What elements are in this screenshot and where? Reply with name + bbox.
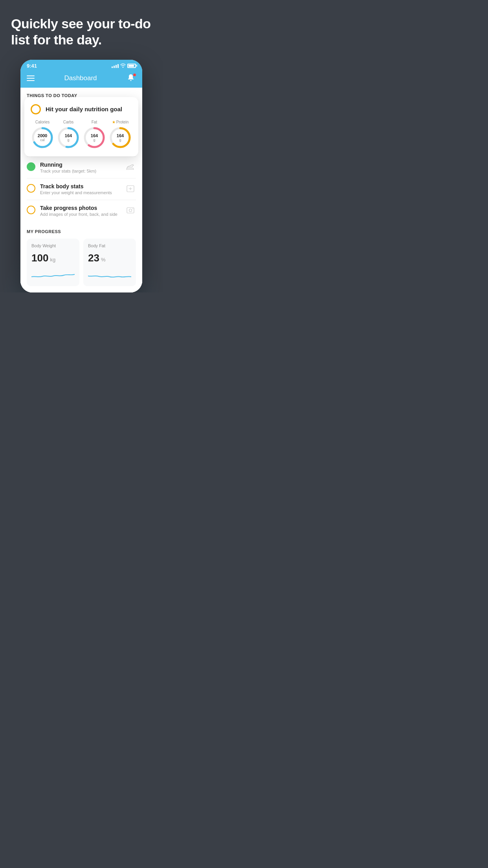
nutrition-fat: Fat 164 g xyxy=(83,120,106,149)
progress-photos-desc: Add images of your front, back, and side xyxy=(40,212,120,217)
body-stats-desc: Enter your weight and measurements xyxy=(40,190,120,195)
body-fat-sparkline xyxy=(88,268,131,280)
nutrition-protein: ★ Protein 164 g xyxy=(108,120,132,149)
running-content: Running Track your stats (target: 5km) xyxy=(40,162,120,173)
card-header: Hit your daily nutrition goal xyxy=(31,104,132,114)
progress-photos-name: Take progress photos xyxy=(40,205,120,211)
protein-unit: g xyxy=(117,138,124,142)
body-stats-content: Track body stats Enter your weight and m… xyxy=(40,183,120,195)
wifi-icon xyxy=(120,63,126,68)
progress-photos-content: Take progress photos Add images of your … xyxy=(40,205,120,217)
body-weight-title: Body Weight xyxy=(31,243,75,248)
svg-point-10 xyxy=(129,209,132,211)
todo-item-body-stats[interactable]: Track body stats Enter your weight and m… xyxy=(27,178,136,200)
status-time: 9:41 xyxy=(27,63,37,69)
hero-title: Quickly see your to-do list for the day. xyxy=(11,16,152,48)
running-desc: Track your stats (target: 5km) xyxy=(40,169,120,173)
protein-label: ★ Protein xyxy=(112,120,129,124)
status-bar: 9:41 xyxy=(20,60,142,70)
protein-star-icon: ★ xyxy=(112,120,116,124)
notification-bell-icon[interactable] xyxy=(127,74,136,83)
hamburger-menu[interactable] xyxy=(27,75,35,81)
body-stats-circle xyxy=(27,184,35,193)
body-fat-value: 23 xyxy=(88,252,99,264)
progress-photos-circle xyxy=(27,206,35,214)
body-weight-unit: kg xyxy=(50,257,55,263)
calories-value: 2000 xyxy=(38,133,47,138)
signal-bars-icon xyxy=(112,63,119,68)
protein-donut: 164 g xyxy=(108,126,132,149)
nutrition-card: Hit your daily nutrition goal Calories 2 xyxy=(24,97,138,156)
fat-unit: g xyxy=(91,138,98,142)
carbs-label: Carbs xyxy=(63,120,74,124)
nav-bar: Dashboard xyxy=(20,70,142,88)
scale-icon xyxy=(125,183,136,194)
fat-label: Fat xyxy=(92,120,97,124)
todo-item-progress-photos[interactable]: Take progress photos Add images of your … xyxy=(27,200,136,221)
progress-title: MY PROGRESS xyxy=(27,229,136,234)
body-fat-title: Body Fat xyxy=(88,243,131,248)
todo-item-running[interactable]: Running Track your stats (target: 5km) xyxy=(27,156,136,178)
nutrition-grid: Calories 2000 cal xyxy=(31,120,132,149)
todo-list: Running Track your stats (target: 5km) xyxy=(20,156,142,221)
fat-value: 164 xyxy=(91,133,98,138)
body-weight-value-row: 100 kg xyxy=(31,252,75,264)
calories-unit: cal xyxy=(38,138,47,142)
phone-content: THINGS TO DO TODAY Hit your daily nutrit… xyxy=(20,88,142,292)
calories-label: Calories xyxy=(35,120,50,124)
running-circle xyxy=(27,162,35,171)
carbs-unit: g xyxy=(65,138,72,142)
carbs-donut: 164 g xyxy=(57,126,80,149)
carbs-value: 164 xyxy=(65,133,72,138)
body-weight-sparkline xyxy=(31,268,75,280)
svg-point-11 xyxy=(132,208,133,209)
phone-mockup: 9:41 xyxy=(20,60,142,292)
running-shoe-icon xyxy=(125,162,136,173)
nutrition-calories: Calories 2000 cal xyxy=(31,120,54,149)
nav-title: Dashboard xyxy=(64,74,97,82)
body-stats-name: Track body stats xyxy=(40,183,120,189)
body-weight-value: 100 xyxy=(31,252,48,264)
progress-section: MY PROGRESS Body Weight 100 kg xyxy=(20,221,142,292)
calories-donut: 2000 cal xyxy=(31,126,54,149)
photo-icon xyxy=(125,205,136,216)
body-fat-unit: % xyxy=(101,257,106,263)
notification-dot xyxy=(133,74,136,76)
hero-section: Quickly see your to-do list for the day. xyxy=(0,0,163,56)
fat-donut: 164 g xyxy=(83,126,106,149)
body-fat-value-row: 23 % xyxy=(88,252,131,264)
card-title: Hit your daily nutrition goal xyxy=(46,106,122,112)
body-fat-card[interactable]: Body Fat 23 % xyxy=(83,239,136,286)
status-icons xyxy=(112,63,136,68)
running-name: Running xyxy=(40,162,120,168)
body-weight-card[interactable]: Body Weight 100 kg xyxy=(27,239,79,286)
nutrition-check-circle[interactable] xyxy=(31,104,41,114)
progress-cards: Body Weight 100 kg Body Fat 23 xyxy=(27,239,136,286)
battery-icon xyxy=(127,64,136,68)
page: Quickly see your to-do list for the day.… xyxy=(0,0,163,292)
protein-value: 164 xyxy=(117,133,124,138)
nutrition-carbs: Carbs 164 g xyxy=(57,120,80,149)
